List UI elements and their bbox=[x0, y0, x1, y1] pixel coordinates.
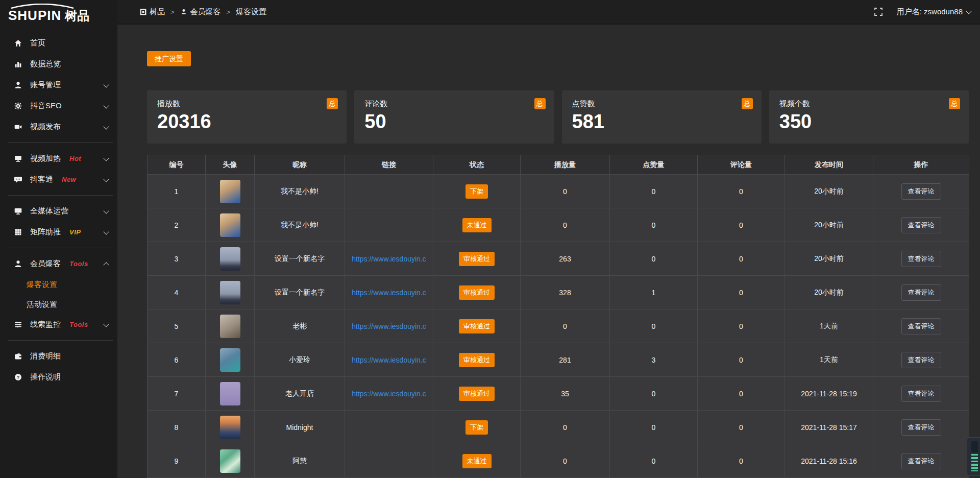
cell-publish-time: 20小时前 bbox=[785, 276, 873, 309]
avatar bbox=[220, 382, 240, 405]
cell-plays: 0 bbox=[521, 411, 610, 444]
cell-link: https://www.iesdouyin.c bbox=[345, 309, 433, 343]
fullscreen-icon[interactable] bbox=[874, 8, 883, 16]
sidebar-item-douyin-seo[interactable]: 抖音SEO bbox=[0, 95, 117, 116]
view-comments-button[interactable]: 查看评论 bbox=[901, 386, 941, 402]
cell-avatar bbox=[206, 208, 255, 242]
cell-likes: 3 bbox=[610, 343, 698, 377]
video-link[interactable]: https://www.iesdouyin.c bbox=[352, 356, 426, 364]
total-badge: 总 bbox=[742, 98, 753, 109]
sidebar-item-baoke-settings[interactable]: 爆客设置 bbox=[0, 274, 117, 294]
breadcrumb-separator: > bbox=[227, 8, 231, 16]
sidebar-divider bbox=[8, 340, 113, 341]
column-header: 操作 bbox=[873, 155, 969, 175]
view-comments-button[interactable]: 查看评论 bbox=[901, 419, 941, 436]
cell-status: 未通过 bbox=[433, 444, 521, 478]
view-comments-button[interactable]: 查看评论 bbox=[901, 284, 941, 301]
cell-likes: 0 bbox=[610, 242, 698, 276]
sidebar-item-badge: New bbox=[62, 176, 76, 183]
column-header: 发布时间 bbox=[785, 155, 873, 175]
cell-avatar bbox=[206, 276, 255, 309]
cell-id: 2 bbox=[148, 208, 206, 242]
video-link[interactable]: https://www.iesdouyin.c bbox=[352, 390, 426, 398]
sidebar-item-data-overview[interactable]: 数据总览 bbox=[0, 54, 117, 75]
sidebar-item-badge: Tools bbox=[69, 321, 88, 328]
cell-publish-time: 20小时前 bbox=[785, 242, 873, 276]
cell-plays: 328 bbox=[521, 276, 610, 309]
cell-action: 查看评论 bbox=[873, 444, 969, 478]
cell-id: 9 bbox=[148, 444, 206, 478]
cell-nickname: 小爱玲 bbox=[255, 343, 345, 377]
sidebar-divider bbox=[8, 248, 113, 248]
sidebar-item-video-publish[interactable]: 视频发布 bbox=[0, 116, 117, 137]
view-comments-button[interactable]: 查看评论 bbox=[901, 251, 941, 267]
view-comments-button[interactable]: 查看评论 bbox=[901, 352, 941, 368]
cell-likes: 0 bbox=[610, 377, 698, 411]
cell-id: 7 bbox=[148, 377, 206, 411]
username-menu[interactable]: 用户名: zswodun88 bbox=[897, 7, 971, 17]
video-link[interactable]: https://www.iesdouyin.c bbox=[352, 289, 426, 297]
sidebar-item-account-management[interactable]: 账号管理 bbox=[0, 75, 117, 95]
cell-link: https://www.iesdouyin.c bbox=[345, 242, 433, 276]
view-comments-button[interactable]: 查看评论 bbox=[901, 318, 941, 334]
gear-icon bbox=[13, 102, 22, 111]
cell-comments: 0 bbox=[698, 444, 785, 478]
cell-nickname: 阿慧 bbox=[255, 444, 345, 478]
sidebar-item-all-media-operation[interactable]: 全媒体运营 bbox=[0, 201, 117, 222]
cell-nickname: 我不是小帅! bbox=[255, 175, 345, 208]
cell-action: 查看评论 bbox=[873, 276, 969, 309]
stat-label: 播放数 bbox=[157, 99, 336, 109]
chevron-down-icon bbox=[103, 103, 109, 108]
total-badge: 总 bbox=[534, 98, 546, 109]
view-comments-button[interactable]: 查看评论 bbox=[901, 183, 941, 200]
status-badge: 下架 bbox=[465, 184, 488, 199]
total-badge: 总 bbox=[327, 98, 338, 109]
cell-id: 5 bbox=[148, 309, 206, 343]
monitor-icon bbox=[13, 207, 22, 216]
user-icon bbox=[13, 259, 22, 269]
column-header: 点赞量 bbox=[610, 155, 698, 175]
status-badge: 未通过 bbox=[462, 218, 492, 232]
cell-publish-time: 1天前 bbox=[785, 343, 873, 377]
app-logo: SHUPIN 树品 bbox=[0, 0, 117, 28]
video-link[interactable]: https://www.iesdouyin.c bbox=[352, 255, 426, 263]
breadcrumb-item-current: 爆客设置 bbox=[236, 7, 266, 17]
user-icon bbox=[180, 8, 187, 15]
cell-link bbox=[345, 411, 433, 444]
view-comments-button[interactable]: 查看评论 bbox=[901, 217, 941, 233]
sidebar-item-badge: Hot bbox=[69, 155, 81, 162]
chevron-down-icon bbox=[966, 8, 971, 14]
cell-action: 查看评论 bbox=[873, 309, 969, 343]
sidebar-item-consumption-details[interactable]: 消费明细 bbox=[0, 346, 117, 367]
status-badge: 审核通过 bbox=[459, 285, 495, 300]
cell-avatar bbox=[206, 411, 255, 444]
table-row: 6小爱玲https://www.iesdouyin.c审核通过281301天前查… bbox=[148, 343, 969, 377]
view-comments-button[interactable]: 查看评论 bbox=[901, 453, 941, 469]
sidebar-item-label: 消费明细 bbox=[30, 351, 61, 361]
video-link[interactable]: https://www.iesdouyin.c bbox=[352, 322, 426, 330]
sidebar-item-douketong[interactable]: 抖客通New bbox=[0, 169, 117, 190]
sidebar-item-member-baoke[interactable]: 会员爆客Tools bbox=[0, 253, 117, 274]
cell-action: 查看评论 bbox=[873, 242, 969, 276]
cell-plays: 0 bbox=[521, 175, 610, 208]
column-header: 编号 bbox=[148, 155, 206, 175]
avatar bbox=[220, 213, 240, 237]
sidebar-item-clue-monitoring[interactable]: 线索监控Tools bbox=[0, 314, 117, 335]
sidebar-item-home[interactable]: 首页 bbox=[0, 33, 117, 54]
cell-status: 下架 bbox=[433, 175, 521, 208]
breadcrumb-item-shupin[interactable]: 树品 bbox=[140, 7, 165, 17]
svg-text:?: ? bbox=[16, 375, 19, 380]
total-badge: 总 bbox=[949, 98, 960, 109]
breadcrumb-item-member-baoke[interactable]: 会员爆客 bbox=[180, 7, 221, 17]
cell-status: 下架 bbox=[433, 411, 521, 444]
sidebar-item-label: 全媒体运营 bbox=[30, 206, 68, 216]
sidebar-item-label: 抖客通 bbox=[30, 175, 53, 184]
floating-widget[interactable] bbox=[967, 437, 980, 476]
sidebar-item-operation-instructions[interactable]: ?操作说明 bbox=[0, 367, 117, 388]
column-header: 播放量 bbox=[521, 155, 610, 175]
breadcrumb-separator: > bbox=[170, 8, 175, 16]
sidebar-item-video-heating[interactable]: 视频加热Hot bbox=[0, 148, 117, 169]
sidebar-item-activity-settings[interactable]: 活动设置 bbox=[0, 294, 117, 314]
sidebar-item-matrix-boost[interactable]: 矩阵助推VIP bbox=[0, 222, 117, 243]
promo-settings-button[interactable]: 推广设置 bbox=[147, 51, 191, 66]
